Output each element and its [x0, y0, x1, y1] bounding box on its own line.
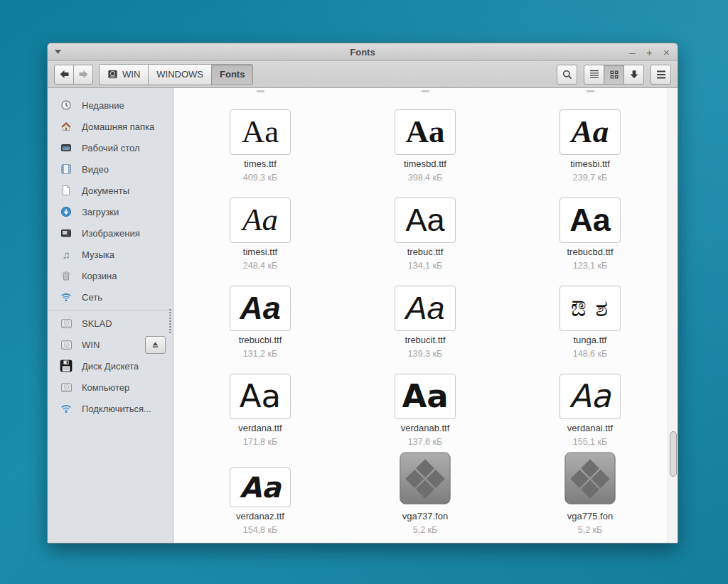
sidebar-item-computer[interactable]: Компьютер [48, 377, 173, 398]
close-button[interactable]: × [662, 47, 671, 58]
sidebar-item-label: Домашняя папка [82, 121, 154, 132]
file-size: 155,1 кБ [573, 438, 607, 447]
drive-icon [60, 381, 73, 394]
file-item-trebucbi[interactable]: Aa trebucbi.ttf 131,2 кБ [178, 270, 343, 358]
sidebar-item-network[interactable]: Сеть [48, 286, 173, 308]
file-item-trebucit[interactable]: Aa trebucit.ttf 139,3 кБ [343, 270, 508, 358]
download-icon [60, 205, 73, 218]
font-preview-thumbnail: Aa [230, 198, 291, 243]
font-preview-thumbnail: Aa [230, 374, 291, 419]
sidebar-item-desktop[interactable]: Рабочий стол [48, 137, 173, 158]
font-preview-thumbnail: Aa [395, 109, 456, 155]
sidebar-item-recent[interactable]: Недавние [48, 94, 173, 116]
toolbar: WIN WINDOWS Fonts [48, 61, 678, 88]
file-name: timesi.ttf [243, 247, 277, 258]
sidebar-item-video[interactable]: Видео [48, 158, 173, 180]
drive-icon [60, 317, 73, 330]
vertical-scrollbar[interactable] [668, 88, 678, 543]
breadcrumb-item-fonts[interactable]: Fonts [211, 64, 253, 85]
file-name: verdana.ttf [238, 423, 282, 434]
search-button[interactable] [557, 65, 577, 85]
font-preview-thumbnail: Aa [560, 198, 621, 243]
compact-view-button[interactable] [623, 65, 644, 85]
sidebar-item-label: Рабочий стол [82, 143, 140, 153]
file-name: vga737.fon [402, 511, 448, 522]
file-size: 239,7 кБ [573, 173, 607, 183]
drive-icon [107, 69, 118, 80]
floppy-icon [60, 359, 73, 372]
file-item-vga737[interactable]: vga737.fon 5,2 кБ [343, 446, 508, 534]
file-item-verdana[interactable]: Aa verdana.ttf 171,8 кБ [178, 358, 343, 446]
file-name: trebucbd.ttf [567, 247, 613, 258]
window-menu-arrow-icon[interactable] [55, 50, 61, 54]
drive-icon [60, 338, 73, 351]
eject-button[interactable] [145, 336, 166, 354]
file-name: verdanaz.ttf [236, 511, 284, 522]
file-name: trebuc.ttf [407, 247, 444, 258]
sidebar-item-documents[interactable]: Документы [48, 180, 173, 201]
sidebar-item-images[interactable]: Изображения [48, 222, 173, 244]
sidebar-scrollbar[interactable] [169, 309, 171, 335]
sidebar-item-win[interactable]: WIN [48, 334, 173, 355]
font-preview-thumbnail: Aa [560, 374, 621, 419]
sidebar-item-label: Подключиться... [82, 404, 151, 414]
scrollbar-thumb[interactable] [670, 431, 677, 477]
titlebar[interactable]: Fonts – + × [48, 43, 678, 61]
minimize-button[interactable]: – [628, 47, 637, 58]
file-item-trebuc[interactable]: Aa trebuc.ttf 134,1 кБ [343, 182, 508, 270]
window-body: Недавние Домашняя папка Рабочий стол [48, 88, 678, 543]
file-item-trebucbd[interactable]: Aa trebucbd.ttf 123,1 кБ [508, 182, 673, 270]
recent-icon [60, 99, 73, 112]
list-view-button[interactable] [584, 65, 604, 85]
file-name: times.ttf [244, 158, 277, 170]
files-view[interactable]: Aa times.ttf 409,3 кБ Aa timesbd.ttf 398… [173, 88, 678, 543]
file-size: 154,8 кБ [243, 526, 277, 535]
file-item-times[interactable]: Aa times.ttf 409,3 кБ [178, 94, 343, 182]
file-item-tunga[interactable]: ಔ ಶ tunga.ttf 148,6 кБ [508, 270, 673, 358]
file-item-vga775[interactable]: vga775.fon 5,2 кБ [508, 446, 673, 534]
sidebar-item-trash[interactable]: Корзина [48, 265, 173, 286]
network-icon [60, 291, 73, 303]
sidebar-item-downloads[interactable]: Загрузки [48, 201, 173, 222]
sidebar-item-music[interactable]: ♫ Музыка [48, 244, 173, 265]
file-name: trebucit.ttf [405, 335, 445, 346]
file-size: 139,3 кБ [408, 350, 442, 359]
image-icon [60, 227, 73, 239]
window-title: Fonts [48, 47, 678, 58]
toolbar-right-cluster [557, 65, 671, 85]
sidebar-item-label: Видео [82, 164, 109, 175]
file-size: 148,6 кБ [573, 350, 607, 359]
font-preview-thumbnail: Aa [230, 467, 291, 507]
file-item-verdanaz[interactable]: Aa verdanaz.ttf 154,8 кБ [178, 446, 343, 534]
file-item-verdanai[interactable]: Aa verdanai.ttf 155,1 кБ [508, 358, 673, 446]
font-preview-thumbnail: Aa [395, 286, 456, 331]
menu-button[interactable] [651, 65, 671, 85]
grid-view-button[interactable] [604, 65, 624, 85]
file-item-verdanab[interactable]: Aa verdanab.ttf 137,6 кБ [343, 358, 508, 446]
file-size: 171,8 кБ [243, 438, 277, 447]
breadcrumb-item-windows[interactable]: WINDOWS [148, 64, 212, 85]
file-item-timesbi[interactable]: Aa timesbi.ttf 239,7 кБ [508, 94, 673, 182]
sidebar-item-connect[interactable]: Подключиться... [48, 398, 173, 419]
search-icon [562, 69, 573, 80]
forward-arrow-icon [78, 70, 89, 79]
clipped-row-remnant [422, 90, 429, 92]
back-button[interactable] [54, 65, 74, 85]
back-arrow-icon [59, 70, 70, 79]
file-size: 5,2 кБ [578, 526, 603, 535]
sidebar-item-floppy[interactable]: Диск Дискета [48, 355, 173, 377]
arrow-down-icon [629, 70, 639, 80]
sidebar-separator [48, 310, 173, 310]
eject-icon [151, 340, 160, 350]
desktop-background: Fonts – + × [0, 0, 728, 584]
grid-view-icon [609, 70, 619, 80]
forward-button[interactable] [73, 65, 93, 85]
file-item-timesbd[interactable]: Aa timesbd.ttf 398,4 кБ [343, 94, 508, 182]
sidebar-item-home[interactable]: Домашняя папка [48, 116, 173, 137]
maximize-button[interactable]: + [645, 47, 654, 58]
sidebar-item-label: Изображения [82, 228, 140, 239]
sidebar-item-sklad[interactable]: SKLAD [48, 313, 173, 334]
breadcrumb-item-win[interactable]: WIN [99, 64, 149, 85]
file-item-timesi[interactable]: Aa timesi.ttf 248,4 кБ [178, 182, 343, 270]
font-preview-thumbnail: ಔ ಶ [560, 286, 621, 331]
